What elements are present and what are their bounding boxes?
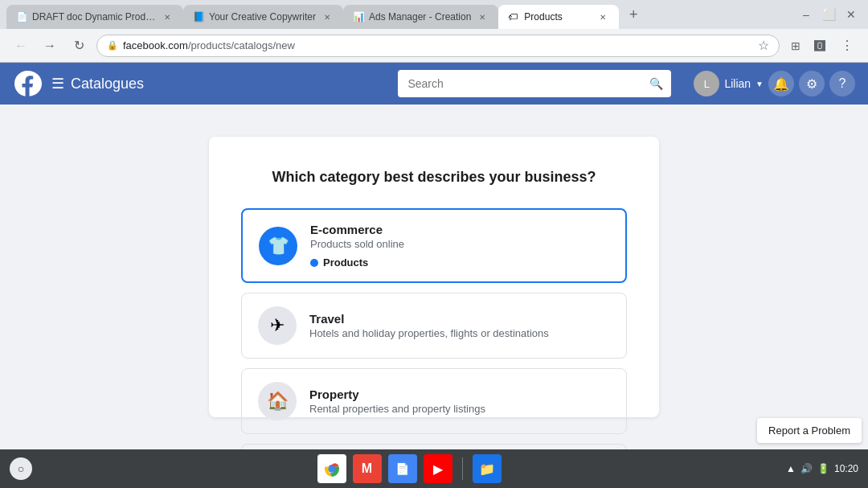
url-text: facebook.com/products/catalogs/new [123,39,753,51]
search-container: 🔍 [398,70,671,97]
minimize-button[interactable]: – [796,4,817,25]
taskbar-system: ▲ 🔊 🔋 10:20 [786,463,858,474]
tab-3[interactable]: 📊 Ads Manager - Creation ✕ [343,5,498,29]
ecommerce-info: E-commerce Products sold online Products [310,223,609,269]
new-tab-button[interactable]: + [622,3,645,26]
taskbar-center: M 📄 ▶ 📁 [317,454,502,483]
extension-icon-1[interactable]: ⊞ [786,36,805,55]
help-button[interactable]: ? [829,71,855,96]
tab-2-favicon: 📘 [193,11,204,23]
back-button[interactable]: ← [10,35,32,57]
travel-icon: ✈ [270,315,285,336]
search-input[interactable] [398,70,671,97]
tab-1[interactable]: 📄 DRAFT doc Dynamic Product Ac ✕ [6,5,183,29]
search-button[interactable]: 🔍 [641,77,671,90]
property-name: Property [309,388,610,401]
tab-2-close[interactable]: ✕ [321,10,334,23]
travel-info: Travel Hotels and holiday properties, fl… [309,312,610,339]
ecommerce-desc: Products sold online [310,238,609,250]
volume-icon: 🔊 [800,463,813,474]
tab-3-close[interactable]: ✕ [476,10,489,23]
url-domain: facebook.com [123,39,188,51]
travel-name: Travel [309,312,610,326]
tab-bar: 📄 DRAFT doc Dynamic Product Ac ✕ 📘 Your … [0,0,868,29]
tab-4-favicon: 🏷 [508,11,519,23]
reload-button[interactable]: ↻ [68,35,90,57]
ecommerce-sub: Products [310,256,609,269]
hamburger-icon: ☰ [51,75,64,92]
travel-desc: Hotels and holiday properties, flights o… [309,327,610,339]
taskbar: ○ M 📄 ▶ 📁 ▲ 🔊 🔋 10:20 [0,449,868,488]
travel-icon-wrap: ✈ [258,306,297,345]
property-icon-wrap: 🏠 [258,382,297,420]
category-card-container: Which category best describes your busin… [209,137,659,417]
property-icon: 🏠 [267,391,289,412]
hamburger-menu[interactable]: ☰ Catalogues [51,75,144,92]
ecommerce-name: E-commerce [310,223,609,236]
tab-4-title: Products [524,11,592,23]
header-icons: L Lilian ▼ 🔔 ⚙ ? [694,71,855,96]
avatar: L [694,71,719,96]
ecommerce-icon-wrap: 👕 [259,227,297,265]
extension-icon-2[interactable]: 🅾 [810,36,829,55]
radio-dot-ecommerce [310,259,318,267]
tab-4-close[interactable]: ✕ [596,10,609,23]
nav-title: Catalogues [71,76,144,92]
ecommerce-icon: 👕 [268,236,289,256]
page-content: Which category best describes your busin… [0,105,868,449]
address-bar: ← → ↻ 🔒 facebook.com/products/catalogs/n… [0,29,868,63]
taskbar-docs-icon[interactable]: 📄 [388,454,417,483]
tab-1-close[interactable]: ✕ [161,10,174,23]
search-wrap: 🔍 [398,70,671,97]
tab-2[interactable]: 📘 Your Creative Copywriter ✕ [183,5,343,29]
category-card-travel[interactable]: ✈ Travel Hotels and holiday properties, … [241,293,627,359]
toolbar-extensions: ⊞ 🅾 [786,36,829,55]
taskbar-gmail-icon[interactable]: M [353,454,382,483]
property-desc: Rental properties and property listings [309,403,610,415]
browser-window: 📄 DRAFT doc Dynamic Product Ac ✕ 📘 Your … [0,0,868,449]
tab-3-favicon: 📊 [353,11,364,23]
lock-icon: 🔒 [107,40,118,51]
taskbar-divider [462,457,463,480]
tab-1-title: DRAFT doc Dynamic Product Ac [32,11,156,23]
settings-button[interactable]: ⚙ [799,71,825,96]
window-controls: – ⬜ ✕ [796,0,868,29]
url-bar[interactable]: 🔒 facebook.com/products/catalogs/new ☆ [96,35,780,57]
facebook-header: ☰ Catalogues 🔍 L Lilian ▼ 🔔 ⚙ ? [0,63,868,105]
url-path: /products/catalogs/new [188,39,295,51]
category-card-auto[interactable]: 🚗 Auto Different tiers of the auto marke… [241,444,627,449]
ecommerce-sub-label: Products [323,256,368,269]
tab-3-title: Ads Manager - Creation [369,11,471,23]
tab-2-title: Your Creative Copywriter [209,11,316,23]
taskbar-youtube-icon[interactable]: ▶ [424,454,452,483]
network-icon: ▲ [786,463,796,474]
user-name: Lilian [724,77,751,90]
page-question: Which category best describes your busin… [241,169,627,186]
category-card-ecommerce[interactable]: 👕 E-commerce Products sold online Produc… [241,208,627,283]
close-button[interactable]: ✕ [841,4,862,25]
notifications-button[interactable]: 🔔 [768,71,794,96]
property-info: Property Rental properties and property … [309,388,610,415]
tab-4[interactable]: 🏷 Products ✕ [498,5,619,29]
category-card-property[interactable]: 🏠 Property Rental properties and propert… [241,368,627,434]
browser-menu-button[interactable]: ⋮ [836,35,858,57]
bookmark-icon[interactable]: ☆ [758,38,769,53]
forward-button[interactable]: → [39,35,61,57]
maximize-button[interactable]: ⬜ [818,4,839,25]
user-caret-icon[interactable]: ▼ [755,80,764,88]
battery-icon: 🔋 [817,463,829,474]
taskbar-chrome-icon[interactable] [317,454,346,483]
facebook-logo [13,69,42,98]
chrome-os-logo[interactable]: ○ [10,457,32,480]
taskbar-left: ○ [10,457,32,480]
tab-1-favicon: 📄 [16,11,27,23]
taskbar-files-icon[interactable]: 📁 [473,454,502,483]
clock: 10:20 [834,463,858,474]
report-problem-button[interactable]: Report a Problem [757,418,862,443]
